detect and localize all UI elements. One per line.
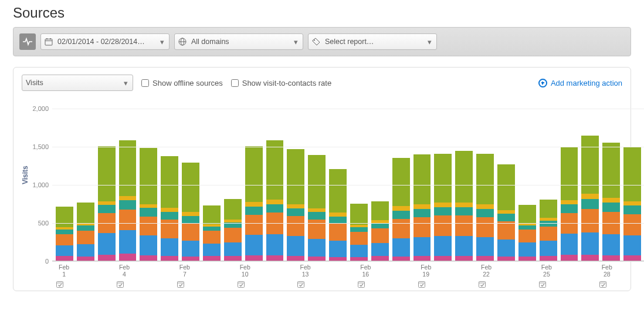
x-tick [498,264,514,279]
bar-segment-blue [98,233,116,254]
offline-sources-input[interactable] [141,79,149,87]
add-marketing-action-link[interactable]: Add marketing action [538,79,622,87]
bar-day-5[interactable] [140,148,157,261]
calendar-marker-row [52,279,619,291]
bar-segment-green [540,200,557,218]
bar-day-23[interactable] [518,205,536,261]
bar-segment-teal [119,200,137,210]
calendar-icon [45,38,54,46]
metric-dropdown[interactable]: Visits ▾ [22,75,133,91]
x-tick [277,264,293,279]
bar-segment-orange [434,215,452,236]
bar-segment-teal [602,203,620,212]
date-range-dropdown[interactable]: 02/01/2014 - 02/28/2014… ▾ [40,33,170,50]
bar-segment-pink [308,257,326,261]
bar-day-26[interactable] [581,136,599,261]
chart: Visits 05001,0001,5002,000 Feb1Feb4Feb7F… [22,97,622,291]
svg-rect-26 [599,282,606,288]
bar-day-27[interactable] [602,143,620,261]
bar-segment-pink [518,257,536,261]
bar-day-16[interactable] [371,201,389,261]
calendar-marker-cell [216,280,233,288]
bar-segment-blue [203,244,221,256]
x-tick: Feb19 [418,264,434,279]
page-title: Sources [0,0,644,27]
calendar-marker-cell [56,280,72,288]
bar-day-25[interactable] [561,147,578,261]
bar-segment-pink [224,256,242,261]
bar-segment-orange [371,228,389,243]
x-tick [378,264,394,279]
bar-day-24[interactable] [540,200,557,261]
report-dropdown[interactable]: Select report… ▾ [308,33,437,50]
x-tick [337,264,354,279]
bar-day-15[interactable] [350,204,368,261]
report-label: Select report… [325,38,374,46]
bar-day-10[interactable] [245,146,263,261]
bar-segment-blue [476,237,494,257]
bar-segment-blue [287,236,304,256]
calendar-check-icon [357,280,365,288]
bar-day-28[interactable] [623,147,641,261]
x-tick [216,264,233,279]
bar-segment-orange [182,223,199,241]
bar-day-14[interactable] [329,169,347,261]
bar-segment-yellow [413,204,431,209]
bar-day-12[interactable] [287,149,304,261]
x-tick: Feb10 [237,264,253,279]
bar-segment-pink [182,257,199,261]
bar-segment-pink [581,255,599,261]
bar-segment-blue [371,243,389,256]
bar-day-3[interactable] [98,146,116,261]
bar-segment-teal [392,211,410,219]
y-tick-label: 500 [25,220,49,227]
visit-to-contacts-input[interactable] [231,79,239,87]
calendar-marker-cell [196,280,213,288]
bar-segment-pink [561,255,578,261]
bar-day-17[interactable] [392,158,410,261]
bar-day-20[interactable] [455,151,473,261]
x-tick [136,264,152,279]
svg-rect-10 [117,282,123,288]
bar-segment-orange [161,220,178,239]
svg-point-7 [314,40,315,41]
pulse-icon-button[interactable] [19,33,36,50]
bar-day-21[interactable] [476,154,494,261]
bar-segment-orange [518,230,536,242]
bar-day-1[interactable] [56,207,73,261]
bar-day-22[interactable] [497,164,515,261]
chevron-down-icon: ▾ [428,38,432,46]
bar-day-8[interactable] [203,205,221,261]
bar-day-2[interactable] [77,203,94,261]
bar-day-19[interactable] [434,154,452,261]
bar-day-7[interactable] [182,163,199,261]
calendar-check-icon [297,280,305,288]
x-tick [317,264,334,279]
bar-day-6[interactable] [161,156,178,261]
domain-dropdown[interactable]: All domains ▾ [174,33,303,50]
bar-segment-blue [119,230,137,254]
bar-day-9[interactable] [224,199,242,261]
bar-segment-blue [455,236,473,256]
bar-day-4[interactable] [119,140,137,261]
bar-day-18[interactable] [413,154,431,261]
bar-segment-blue [540,241,557,256]
chevron-down-icon: ▾ [124,79,128,87]
bar-day-11[interactable] [266,140,284,261]
bar-segment-orange [476,217,494,237]
visit-to-contacts-checkbox[interactable]: Show visit-to-contacts rate [231,79,331,87]
calendar-check-icon [116,280,124,288]
bar-segment-green [476,154,494,204]
chart-panel: Visits ▾ Show offline sources Show visit… [13,67,631,291]
bar-segment-pink [413,256,431,261]
bar-segment-pink [392,257,410,261]
tag-icon [312,38,321,46]
add-action-label: Add marketing action [551,79,622,87]
bar-segment-teal [266,204,284,213]
calendar-marker-cell [156,280,172,288]
bar-day-13[interactable] [308,155,326,261]
bar-segment-yellow [476,204,494,209]
date-range-label: 02/01/2014 - 02/28/2014… [57,38,145,46]
offline-sources-checkbox[interactable]: Show offline sources [141,79,223,87]
bar-segment-blue [581,232,599,255]
